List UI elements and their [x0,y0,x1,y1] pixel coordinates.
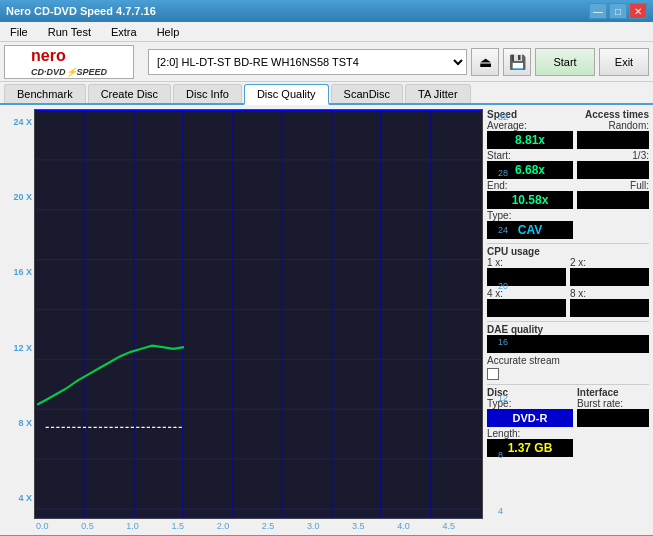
tab-ta-jitter[interactable]: TA Jitter [405,84,471,103]
onethird-value [577,161,649,179]
y-axis-label-16x: 16 X [13,267,32,277]
tabs-bar: Benchmark Create Disc Disc Info Disc Qua… [0,82,653,105]
chart-svg [35,110,482,518]
tab-disc-quality[interactable]: Disc Quality [244,84,329,105]
y-right-20: 20 [498,281,508,291]
full-label: Full: [577,180,649,191]
burst-rate-label: Burst rate: [577,398,649,409]
main-content: 24 X 20 X 16 X 12 X 8 X 4 X [0,105,653,535]
eject-icon[interactable]: ⏏ [471,48,499,76]
menu-help[interactable]: Help [151,24,186,40]
dae-quality-value [487,335,649,353]
toolbar: nero CD·DVD⚡SPEED [2:0] HL-DT-ST BD-RE W… [0,42,653,82]
x-axis-1.5: 1.5 [171,521,184,531]
y-right-12: 12 [498,393,508,403]
y-right-24: 24 [498,225,508,235]
titlebar: Nero CD-DVD Speed 4.7.7.16 — □ ✕ [0,0,653,22]
x-axis-4.5: 4.5 [442,521,455,531]
tab-benchmark[interactable]: Benchmark [4,84,86,103]
x-axis-1.0: 1.0 [126,521,139,531]
x-axis-2.5: 2.5 [262,521,275,531]
maximize-button[interactable]: □ [609,3,627,19]
x-axis-0.5: 0.5 [81,521,94,531]
y-axis-label-20x: 20 X [13,192,32,202]
y-axis-label-24x: 24 X [13,117,32,127]
dae-quality-label: DAE quality [487,324,649,335]
x-axis-4.0: 4.0 [397,521,410,531]
y-right-28: 28 [498,168,508,178]
drive-selector[interactable]: [2:0] HL-DT-ST BD-RE WH16NS58 TST4 [148,49,467,75]
interface-label: Interface [577,387,649,398]
y-right-32: 32 [498,112,508,122]
cpu-8x-label: 8 x: [570,288,649,299]
accurate-stream-label: Accurate stream [487,355,649,366]
cpu-2x-label: 2 x: [570,257,649,268]
start-button[interactable]: Start [535,48,595,76]
cpu-usage-label: CPU usage [487,246,649,257]
x-axis-2.0: 2.0 [217,521,230,531]
accurate-stream-row [487,368,649,380]
x-axis-3.0: 3.0 [307,521,320,531]
exit-button[interactable]: Exit [599,48,649,76]
random-label: Random: [577,120,649,131]
nero-logo: nero CD·DVD⚡SPEED [4,45,134,79]
menu-extra[interactable]: Extra [105,24,143,40]
stats-panel: Speed Average: 8.81x Start: 6.68x End: 1… [483,105,653,535]
app-title: Nero CD-DVD Speed 4.7.7.16 [6,5,156,17]
logo-area: nero CD·DVD⚡SPEED [4,45,144,79]
x-axis-0.0: 0.0 [36,521,49,531]
tab-create-disc[interactable]: Create Disc [88,84,171,103]
window-controls[interactable]: — □ ✕ [589,3,647,19]
y-right-4: 4 [498,506,508,516]
save-icon[interactable]: 💾 [503,48,531,76]
cpu-8x-value [570,299,649,317]
tab-disc-info[interactable]: Disc Info [173,84,242,103]
menu-runtest[interactable]: Run Test [42,24,97,40]
full-value [577,191,649,209]
y-right-16: 16 [498,337,508,347]
menu-file[interactable]: File [4,24,34,40]
cpu-2x-value [570,268,649,286]
svg-rect-19 [35,110,482,518]
onethird-label: 1/3: [577,150,649,161]
burst-rate-value [577,409,649,427]
x-axis-3.5: 3.5 [352,521,365,531]
y-axis-label-8x: 8 X [18,418,32,428]
access-times-label: Access times [577,109,649,120]
menubar: File Run Test Extra Help [0,22,653,42]
close-button[interactable]: ✕ [629,3,647,19]
minimize-button[interactable]: — [589,3,607,19]
y-axis-label-12x: 12 X [13,343,32,353]
y-right-8: 8 [498,450,508,460]
tab-scandisc[interactable]: ScanDisc [331,84,403,103]
random-value [577,131,649,149]
y-axis-label-4x: 4 X [18,493,32,503]
